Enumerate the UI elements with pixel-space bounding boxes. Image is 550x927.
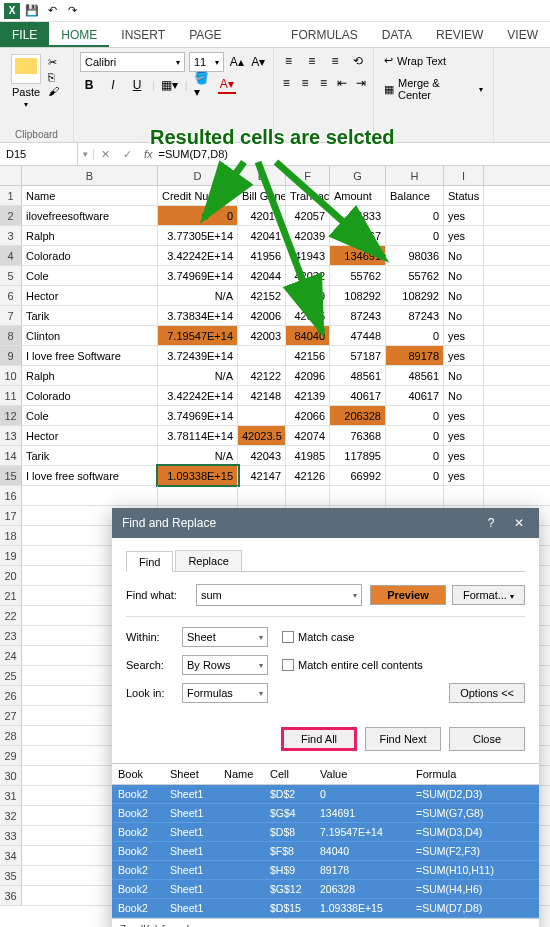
match-entire-checkbox[interactable]: Match entire cell contents: [282, 659, 423, 671]
column-header[interactable]: D: [158, 166, 238, 185]
cell[interactable]: 42039: [286, 226, 330, 245]
cell[interactable]: 3.74969E+14: [158, 266, 238, 285]
align-center-icon[interactable]: ≡: [299, 74, 312, 92]
column-header[interactable]: B: [22, 166, 158, 185]
within-select[interactable]: Sheet▾: [182, 627, 268, 647]
paste-button[interactable]: Paste ▾: [6, 52, 46, 111]
result-row[interactable]: Book2Sheet1$G$12206328=SUM(H4,H6): [112, 880, 539, 899]
cell[interactable]: [22, 486, 158, 505]
align-bot-icon[interactable]: ≡: [327, 52, 344, 70]
options-button[interactable]: Options <<: [449, 683, 525, 703]
chevron-down-icon[interactable]: ▾: [353, 591, 357, 600]
cell[interactable]: 3.42242E+14: [158, 386, 238, 405]
cell[interactable]: 47448: [330, 326, 386, 345]
cell[interactable]: 0: [386, 426, 444, 445]
cell[interactable]: 3.74969E+14: [158, 406, 238, 425]
bold-button[interactable]: B: [80, 76, 98, 94]
font-color-icon[interactable]: A▾: [218, 76, 236, 94]
cell[interactable]: Ralph: [22, 366, 158, 385]
cell[interactable]: [330, 486, 386, 505]
wrap-text-button[interactable]: ↩Wrap Text: [380, 52, 487, 69]
cell[interactable]: 42014: [238, 206, 286, 225]
cell[interactable]: 1.09338E+15: [158, 466, 238, 485]
row-header[interactable]: 12: [0, 406, 22, 425]
row-header[interactable]: 6: [0, 286, 22, 305]
row-header[interactable]: 34: [0, 846, 22, 865]
cell[interactable]: 42023.5: [238, 426, 286, 445]
cell[interactable]: 0: [386, 326, 444, 345]
cell[interactable]: No: [444, 246, 484, 265]
cell[interactable]: Bill Gene: [238, 186, 286, 205]
cell[interactable]: 42147: [238, 466, 286, 485]
cell[interactable]: 42139: [286, 386, 330, 405]
cell[interactable]: 42006: [238, 306, 286, 325]
cell[interactable]: No: [444, 266, 484, 285]
cell[interactable]: Hector: [22, 426, 158, 445]
cell[interactable]: [238, 406, 286, 425]
cell[interactable]: yes: [444, 446, 484, 465]
result-row[interactable]: Book2Sheet1$G$4134691=SUM(G7,G8): [112, 804, 539, 823]
merge-center-button[interactable]: ▦Merge & Center▾: [380, 75, 487, 103]
formula-input[interactable]: =SUM(D7,D8): [159, 148, 228, 160]
cell[interactable]: 42066: [286, 406, 330, 425]
cell[interactable]: 108292: [386, 286, 444, 305]
tab-replace[interactable]: Replace: [175, 550, 241, 571]
column-header[interactable]: I: [444, 166, 484, 185]
font-name-combo[interactable]: Calibri▾: [80, 52, 185, 72]
cell[interactable]: 57187: [330, 346, 386, 365]
row-header[interactable]: 15: [0, 466, 22, 485]
cell[interactable]: Hector: [22, 286, 158, 305]
row-header[interactable]: 29: [0, 746, 22, 765]
cell[interactable]: Amount: [330, 186, 386, 205]
tab-insert[interactable]: INSERT: [109, 22, 177, 47]
cell[interactable]: 3.77305E+14: [158, 226, 238, 245]
cell[interactable]: yes: [444, 346, 484, 365]
tab-review[interactable]: REVIEW: [424, 22, 495, 47]
row-header[interactable]: 17: [0, 506, 22, 525]
result-row[interactable]: Book2Sheet1$D$151.09338E+15=SUM(D7,D8): [112, 899, 539, 918]
tab-page-layout[interactable]: PAGE LAYOUT: [177, 22, 279, 47]
row-header[interactable]: 1: [0, 186, 22, 205]
fill-color-icon[interactable]: 🪣▾: [194, 76, 212, 94]
cell[interactable]: I love free software: [22, 466, 158, 485]
row-header[interactable]: 28: [0, 726, 22, 745]
cell[interactable]: 0: [386, 466, 444, 485]
cell[interactable]: 42122: [238, 366, 286, 385]
column-header[interactable]: G: [330, 166, 386, 185]
cell[interactable]: N/A: [158, 286, 238, 305]
cell[interactable]: I love free Software: [22, 346, 158, 365]
cell[interactable]: 48561: [386, 366, 444, 385]
row-header[interactable]: 25: [0, 666, 22, 685]
cell[interactable]: 42152: [238, 286, 286, 305]
row-header[interactable]: 9: [0, 346, 22, 365]
cell[interactable]: 42044: [238, 266, 286, 285]
column-header[interactable]: H: [386, 166, 444, 185]
row-header[interactable]: 20: [0, 566, 22, 585]
cell[interactable]: [238, 346, 286, 365]
cell[interactable]: 48561: [330, 366, 386, 385]
cell[interactable]: 42096: [286, 366, 330, 385]
copy-icon[interactable]: ⎘: [48, 71, 59, 83]
close-icon[interactable]: ✕: [509, 516, 529, 530]
preview-button[interactable]: Preview: [370, 585, 446, 605]
format-button[interactable]: Format... ▾: [452, 585, 525, 605]
cell[interactable]: 98036: [386, 246, 444, 265]
column-header[interactable]: F: [286, 166, 330, 185]
select-all-corner[interactable]: [0, 166, 22, 185]
redo-icon[interactable]: ↷: [64, 3, 80, 19]
lookin-select[interactable]: Formulas▾: [182, 683, 268, 703]
row-header[interactable]: 16: [0, 486, 22, 505]
find-all-button[interactable]: Find All: [281, 727, 357, 751]
cell[interactable]: 94833: [330, 206, 386, 225]
cell[interactable]: 76368: [330, 426, 386, 445]
cell[interactable]: yes: [444, 206, 484, 225]
row-header[interactable]: 7: [0, 306, 22, 325]
cell[interactable]: 55762: [330, 266, 386, 285]
cell[interactable]: 84040: [286, 326, 330, 345]
result-row[interactable]: Book2Sheet1$F$884040=SUM(F2,F3): [112, 842, 539, 861]
cell[interactable]: Tarik: [22, 306, 158, 325]
accept-formula-icon[interactable]: ✓: [116, 148, 138, 161]
name-box[interactable]: D15: [0, 143, 78, 165]
align-left-icon[interactable]: ≡: [280, 74, 293, 92]
cell[interactable]: [238, 486, 286, 505]
